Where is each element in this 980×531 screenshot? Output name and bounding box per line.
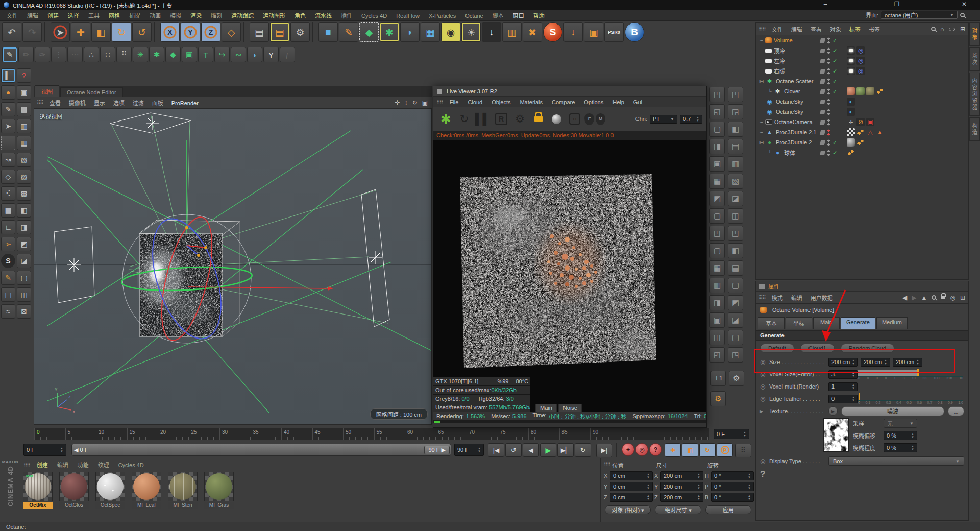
om-menu-item[interactable]: 文件 xyxy=(768,27,787,33)
close-button[interactable]: ✕ xyxy=(952,0,976,10)
voxel-mult-field[interactable]: 1▲▼ xyxy=(828,382,858,391)
layer-chip[interactable] xyxy=(820,79,825,84)
spinner-icon[interactable]: ▲▼ xyxy=(911,445,914,451)
spinner-icon[interactable]: ▲▼ xyxy=(748,484,751,490)
left-tool-icon[interactable]: ▤ xyxy=(1,287,15,302)
side-tab[interactable]: 内容浏览器 xyxy=(969,73,980,116)
left-tool-icon[interactable]: ▨ xyxy=(17,170,31,184)
tree-row[interactable]: − 左冷 ✓ ◎ xyxy=(756,56,968,66)
channel-value-field[interactable]: 0.7▲▼ xyxy=(680,115,702,124)
enable-check[interactable]: ✓ xyxy=(832,68,839,75)
render-clap-icon[interactable]: ▥ xyxy=(502,22,522,42)
settings-gear-icon[interactable]: ⚙ xyxy=(511,111,528,128)
menu-item[interactable]: 创建 xyxy=(43,13,63,19)
tree-row[interactable]: − Volume ✓ xyxy=(756,35,968,45)
spinner-icon[interactable]: ▲▼ xyxy=(911,432,914,439)
spinner-icon[interactable]: ▲▼ xyxy=(852,383,855,390)
attribute-tab[interactable]: Medium xyxy=(876,317,908,329)
material-thumbnail[interactable] xyxy=(59,472,89,501)
last-tool-icon[interactable]: ↺ xyxy=(132,22,152,42)
spinner-icon[interactable]: ▲▼ xyxy=(696,116,699,122)
material-menu-item[interactable]: 编辑 xyxy=(53,462,73,468)
maximize-button[interactable]: ❐ xyxy=(885,0,909,10)
workplane-icon[interactable]: ⊥1 xyxy=(710,371,726,386)
add-panel-icon[interactable]: ⊞ xyxy=(960,26,965,33)
enable-check[interactable]: ✓ xyxy=(832,139,839,146)
menu-item[interactable]: 插件 xyxy=(336,13,357,19)
grip-icon[interactable]: ⠿⠿ xyxy=(23,462,30,468)
current-frame-field[interactable]: 0 F▲▼ xyxy=(23,444,66,456)
enable-check[interactable]: ✓ xyxy=(832,88,839,95)
menu-item[interactable]: 雕刻 xyxy=(206,13,227,19)
interface-dropdown[interactable]: octane (用户)▼ xyxy=(881,11,958,19)
viewport-nav-icon[interactable]: ▣ xyxy=(422,99,428,106)
material-item[interactable]: Mf_Sten xyxy=(166,472,199,509)
channel-dropdown[interactable]: PT▼ xyxy=(650,115,677,124)
render-region-icon[interactable]: ▫ xyxy=(569,113,580,125)
material-thumbnail[interactable] xyxy=(132,472,161,501)
left-tool-icon[interactable] xyxy=(1,136,15,150)
home-icon[interactable]: ⌂ xyxy=(940,26,944,33)
render-pass-tab[interactable]: Main xyxy=(535,404,557,412)
goto-start-button[interactable]: |◀ xyxy=(488,443,504,457)
spinner-icon[interactable]: ▲▼ xyxy=(852,359,855,365)
left-tool-icon[interactable]: ◫ xyxy=(17,287,31,302)
grip-icon[interactable]: ⠿⠿ xyxy=(436,99,443,105)
history-back-icon[interactable]: ◀ xyxy=(902,294,907,301)
next-frame-button[interactable]: ▶▏ xyxy=(557,443,574,457)
left-tool-icon[interactable]: S xyxy=(1,254,15,268)
modeling-tool-icon[interactable]: ◳ xyxy=(728,226,743,241)
layer-chip[interactable] xyxy=(820,49,825,53)
modeling-tool-icon[interactable]: ◧ xyxy=(728,243,743,258)
left-tool-icon[interactable]: ↝ xyxy=(1,153,15,167)
modeling-tool-icon[interactable]: ◲ xyxy=(728,104,743,119)
position-field[interactable]: 0 cm▲▼ xyxy=(610,482,653,491)
tree-row[interactable]: − 右暖 ✓ ◎ xyxy=(756,66,968,76)
parent-icon[interactable]: ▲ xyxy=(921,294,927,301)
preset-button[interactable]: Cloud1 xyxy=(800,344,835,353)
material-pin-icon[interactable]: M xyxy=(596,113,605,125)
spinner-icon[interactable]: ▲▼ xyxy=(743,431,746,437)
material-thumbnail[interactable]: MIX xyxy=(23,472,53,501)
object-name[interactable]: Proc3Durale 2 xyxy=(776,139,812,146)
minimize-button[interactable]: – xyxy=(814,0,837,10)
position-field[interactable]: 0 cm▲▼ xyxy=(610,471,653,480)
object-name[interactable]: Proc3Durale 2.1 xyxy=(776,129,817,135)
left-tool-icon[interactable]: ● xyxy=(1,85,15,100)
material-name[interactable]: OctGlos xyxy=(59,502,89,509)
material-menu-item[interactable]: Cycles 4D xyxy=(114,462,149,468)
size-value-field[interactable]: 200 cm▲▼ xyxy=(861,358,890,367)
modeling-tool-icon[interactable]: ▢ xyxy=(709,122,725,137)
om-menu-item[interactable]: 对象 xyxy=(826,27,845,33)
xparticles-icon[interactable]: ✖ xyxy=(523,22,542,42)
key-position-button[interactable]: ✚ xyxy=(665,443,681,457)
trif-tag[interactable]: ▲ xyxy=(876,128,884,136)
tree-row[interactable]: └ ✻ Clover ✓ xyxy=(756,86,968,96)
texture-more-button[interactable]: ... xyxy=(948,406,964,416)
attribute-tab[interactable]: Main xyxy=(813,317,840,329)
render-view-icon[interactable]: ▤ xyxy=(250,22,269,42)
section-header[interactable]: Generate xyxy=(756,330,968,341)
mat2-tag[interactable] xyxy=(856,87,865,95)
radio-icon[interactable]: ◎ xyxy=(760,395,767,402)
left-tool-icon[interactable]: ⊠ xyxy=(17,304,31,319)
expander[interactable]: − xyxy=(758,119,765,125)
range-end-handle[interactable]: 90 F ▶ xyxy=(424,446,450,454)
matg-tag[interactable] xyxy=(847,138,855,147)
menu-item[interactable]: 模拟 xyxy=(165,13,186,19)
tool-icon[interactable]: ⠛ xyxy=(116,47,132,62)
modeling-tool-icon[interactable]: ◪ xyxy=(728,191,743,206)
skytag-tag[interactable]: ◐ xyxy=(847,98,855,106)
material-ball-icon[interactable] xyxy=(552,114,561,124)
enable-check[interactable]: ✓ xyxy=(832,150,839,156)
mat1-tag[interactable] xyxy=(847,87,855,95)
side-tab[interactable]: 场次 xyxy=(969,47,980,71)
tree-row[interactable]: − ◉ OctaneSky ◐ xyxy=(756,107,968,117)
rotate-icon[interactable]: ↻ xyxy=(112,22,131,42)
visibility-dots[interactable] xyxy=(827,149,830,157)
lock-x-icon[interactable]: X xyxy=(160,22,180,42)
live-viewer-menu-item[interactable]: Objects xyxy=(487,99,515,105)
range-start-handle[interactable]: ◀ 0 F xyxy=(74,447,88,453)
left-tool-icon[interactable]: ▦ xyxy=(17,136,31,150)
layer-chip[interactable] xyxy=(820,151,825,155)
